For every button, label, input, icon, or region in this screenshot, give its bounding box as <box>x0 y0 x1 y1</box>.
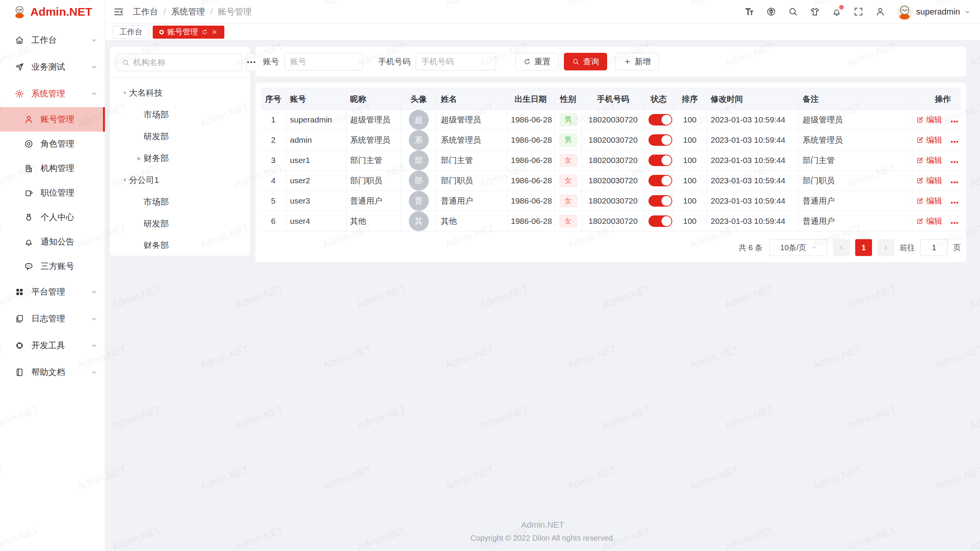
user-menu[interactable]: superadmin <box>897 4 971 20</box>
edit-button[interactable]: 编辑 <box>916 175 942 186</box>
cell-account: admin <box>286 130 346 150</box>
sidebar-item-notice[interactable]: 通知公告 <box>0 230 105 254</box>
tree-node[interactable]: ▶ 财务部 <box>117 147 243 169</box>
sidebar-item-platform[interactable]: 平台管理 <box>0 279 105 305</box>
sidebar-item-business-test[interactable]: 业务测试 <box>0 54 105 80</box>
breadcrumb-system[interactable]: 系统管理 <box>171 6 205 18</box>
language-icon[interactable] <box>766 7 776 17</box>
edit-button[interactable]: 编辑 <box>916 196 942 206</box>
phone-input[interactable] <box>416 53 496 70</box>
profile-icon[interactable] <box>875 7 885 17</box>
reset-button[interactable]: 重置 <box>515 53 559 70</box>
cell-phone: 18020030720 <box>582 110 644 130</box>
row-more-button[interactable]: ••• <box>951 179 959 186</box>
goto-page-input[interactable] <box>920 239 948 256</box>
org-search-input[interactable] <box>133 58 237 67</box>
sidebar-item-third-account[interactable]: 三方账号 <box>0 254 105 279</box>
cell-birthday: 1986-06-28 <box>507 130 554 150</box>
breadcrumb-separator: / <box>163 7 166 17</box>
cell-birthday: 1986-06-28 <box>507 211 554 231</box>
cell-sort: 100 <box>673 130 707 150</box>
sidebar-item-logs[interactable]: 日志管理 <box>0 305 105 332</box>
search-icon[interactable] <box>788 7 798 17</box>
status-toggle[interactable] <box>648 114 672 126</box>
avatar: 系 <box>409 130 429 150</box>
sidebar-menu: 工作台 业务测试 系统管理 账号管理 角色管理 机构管理 职位管理 个人中心 通… <box>0 24 105 551</box>
fullscreen-icon[interactable] <box>853 7 864 17</box>
breadcrumb-workbench[interactable]: 工作台 <box>133 6 158 18</box>
tree-node[interactable]: ▼ 大名科技 <box>117 82 243 104</box>
sidebar-item-dev-tools[interactable]: 开发工具 <box>0 332 105 359</box>
notification-bell-icon[interactable] <box>831 7 842 17</box>
close-icon[interactable] <box>211 29 218 35</box>
chevron-down-icon <box>90 315 98 323</box>
notification-dot <box>839 5 844 10</box>
sidebar-item-position[interactable]: 职位管理 <box>0 181 105 205</box>
page-size-select[interactable]: 10条/页 <box>769 239 828 256</box>
col-birthday: 出生日期 <box>507 88 554 110</box>
refresh-icon[interactable] <box>201 29 208 35</box>
plus-icon <box>624 58 631 65</box>
sidebar-item-system[interactable]: 系统管理 <box>0 80 105 107</box>
cell-modified: 2023-01-03 10:59:44 <box>707 191 799 211</box>
tree-node[interactable]: 市场部 <box>117 191 243 213</box>
row-more-button[interactable]: ••• <box>951 219 959 227</box>
sidebar-item-help-docs[interactable]: 帮助文档 <box>0 359 105 386</box>
status-toggle[interactable] <box>648 134 672 146</box>
tab-bar: 工作台 账号管理 <box>105 24 980 41</box>
edit-icon <box>916 217 924 225</box>
current-page[interactable]: 1 <box>855 239 872 256</box>
account-label: 账号 <box>263 56 279 67</box>
tree-caret-icon[interactable]: ▼ <box>121 90 129 96</box>
tab-account[interactable]: 账号管理 <box>153 26 224 39</box>
query-button[interactable]: 查询 <box>564 53 607 70</box>
cell-nickname: 部门职员 <box>346 171 400 191</box>
gender-tag: 女 <box>560 154 577 167</box>
accounts-table: 序号 账号 昵称 头像 姓名 出生日期 性别 手机号码 状态 排序 修改时间 <box>261 88 961 231</box>
right-column: 账号 手机号码 重置 查询 新增 <box>255 47 966 262</box>
status-toggle[interactable] <box>648 215 672 227</box>
cell-remark: 超级管理员 <box>799 110 912 130</box>
sidebar-item-profile[interactable]: 个人中心 <box>0 205 105 230</box>
cell-status <box>644 191 673 211</box>
tree-node[interactable]: ▼ 分公司1 <box>117 169 243 191</box>
edit-button[interactable]: 编辑 <box>916 135 942 145</box>
status-toggle[interactable] <box>648 155 672 166</box>
sidebar-item-role[interactable]: 角色管理 <box>0 132 105 156</box>
tab-workbench[interactable]: 工作台 <box>113 26 149 39</box>
tree-node[interactable]: 财务部 <box>117 235 243 249</box>
account-input[interactable] <box>284 53 363 70</box>
cell-avatar: 部 <box>400 150 437 171</box>
add-button[interactable]: 新增 <box>616 53 659 70</box>
tree-caret-icon[interactable]: ▶ <box>135 155 144 161</box>
row-more-button[interactable]: ••• <box>951 158 959 166</box>
tree-node[interactable]: 研发部 <box>117 126 243 147</box>
total-count: 共 6 条 <box>739 243 763 253</box>
log-icon <box>15 314 24 324</box>
tree-node[interactable]: 研发部 <box>117 213 243 235</box>
status-toggle[interactable] <box>648 195 672 207</box>
sidebar-item-account[interactable]: 账号管理 <box>0 107 105 132</box>
row-more-button[interactable]: ••• <box>951 138 959 146</box>
cell-sort: 100 <box>673 150 707 171</box>
tree-caret-icon[interactable]: ▼ <box>121 177 129 183</box>
theme-icon[interactable] <box>810 7 820 17</box>
font-size-icon[interactable] <box>744 7 755 17</box>
edit-button[interactable]: 编辑 <box>916 114 942 125</box>
next-page-button[interactable] <box>877 239 894 256</box>
status-toggle[interactable] <box>648 175 672 186</box>
cell-nickname: 部门主管 <box>346 150 400 171</box>
sidebar-item-org[interactable]: 机构管理 <box>0 156 105 181</box>
cell-gender: 女 <box>554 150 582 171</box>
row-more-button[interactable]: ••• <box>951 199 959 207</box>
sidebar-item-workbench[interactable]: 工作台 <box>0 27 105 54</box>
logo[interactable]: Admin.NET <box>0 0 105 24</box>
gender-tag: 女 <box>560 195 577 207</box>
prev-page-button[interactable] <box>833 239 850 256</box>
menu-fold-icon[interactable] <box>113 6 124 18</box>
page: Admin.NET 工作台 业务测试 系统管理 账号管理 角色管理 机构管理 职… <box>0 0 980 551</box>
edit-button[interactable]: 编辑 <box>916 155 942 166</box>
tree-node[interactable]: 市场部 <box>117 104 243 126</box>
edit-button[interactable]: 编辑 <box>916 216 942 227</box>
row-more-button[interactable]: ••• <box>951 118 959 126</box>
